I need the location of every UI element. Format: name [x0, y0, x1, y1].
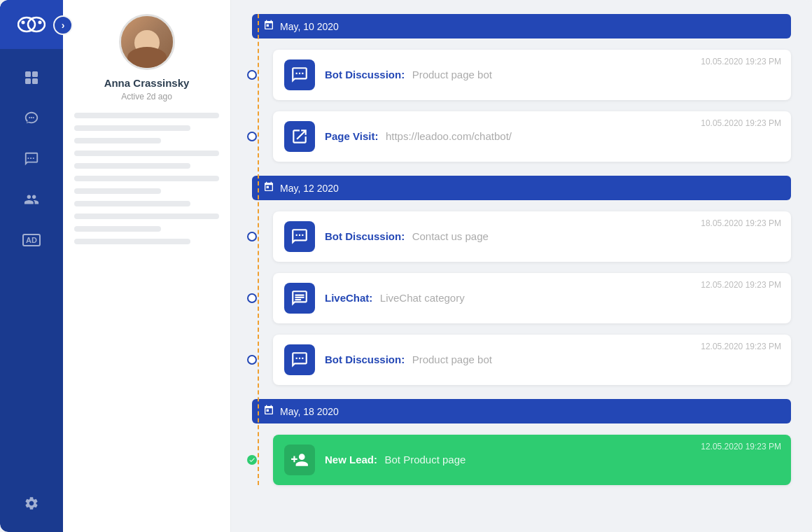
svg-rect-5 — [32, 71, 38, 77]
event-timestamp: 10.05.2020 19:23 PM — [701, 118, 781, 128]
event-title: Bot Discussion: — [325, 230, 405, 242]
user-status: Active 2d ago — [121, 92, 172, 102]
page-visit-icon — [284, 121, 315, 152]
event-card-bot-discussion-1[interactable]: Bot Discussion: Product page bot 10.05.2… — [273, 50, 791, 100]
new-lead-icon — [284, 444, 315, 475]
timeline-event: LiveChat: LiveChat category 12.05.2020 1… — [273, 273, 791, 323]
date-header-may18: May, 18 2020 — [252, 399, 791, 424]
user-name: Anna Crassinsky — [104, 77, 190, 89]
svg-rect-7 — [32, 78, 38, 84]
event-title: New Lead: — [325, 454, 377, 465]
profile-line — [74, 163, 190, 169]
event-detail: LiveChat category — [380, 292, 465, 304]
svg-point-1 — [28, 18, 45, 31]
event-detail: Product page bot — [412, 69, 492, 80]
profile-line — [74, 150, 219, 156]
timeline-dot — [247, 132, 257, 141]
svg-point-0 — [18, 18, 35, 31]
nav-chat[interactable] — [14, 101, 49, 136]
profile-line — [74, 125, 190, 131]
date-header-may10: May, 10 2020 — [252, 14, 791, 38]
profile-info-lines — [74, 113, 219, 244]
timeline-dot — [247, 355, 257, 365]
nav-messages[interactable] — [14, 141, 49, 176]
event-content: Page Visit: https://leadoo.com/chatbot/ — [325, 130, 780, 143]
date-label-may10: May, 10 2020 — [280, 21, 339, 32]
svg-point-3 — [38, 21, 42, 24]
event-content: Bot Discussion: Contact us page — [325, 230, 780, 243]
event-detail: https://leadoo.com/chatbot/ — [386, 130, 512, 142]
event-timestamp: 12.05.2020 19:23 PM — [701, 280, 781, 290]
calendar-icon — [263, 405, 274, 418]
event-card-page-visit[interactable]: Page Visit: https://leadoo.com/chatbot/ … — [273, 111, 791, 162]
svg-point-9 — [31, 117, 32, 118]
date-header-may12: May, 12 2020 — [252, 176, 791, 200]
svg-point-10 — [33, 117, 34, 118]
nav-contacts[interactable] — [14, 182, 49, 217]
bot-icon — [284, 59, 315, 90]
svg-rect-6 — [25, 78, 31, 84]
timeline-dot — [247, 293, 257, 303]
bot-icon — [284, 221, 315, 252]
calendar-icon — [263, 181, 274, 195]
sidebar-nav: AD — [14, 49, 49, 475]
sidebar-bottom-nav — [14, 475, 49, 532]
svg-rect-4 — [25, 71, 31, 77]
event-content: LiveChat: LiveChat category — [325, 292, 780, 304]
timeline-event: Bot Discussion: Contact us page 18.05.20… — [273, 211, 791, 262]
sidebar-toggle[interactable]: › — [53, 15, 73, 35]
profile-line — [74, 226, 161, 232]
timeline-event: Page Visit: https://leadoo.com/chatbot/ … — [273, 111, 791, 162]
profile-line — [74, 239, 190, 244]
timeline-dot-green — [247, 455, 257, 465]
event-card-bot-discussion-3[interactable]: Bot Discussion: Product page bot 12.05.2… — [273, 335, 791, 385]
timeline-section-may12: May, 12 2020 Bot Discussion: Contact us … — [273, 176, 791, 385]
event-detail: Contact us page — [412, 230, 489, 242]
event-title: Bot Discussion: — [325, 69, 405, 80]
profile-line — [74, 214, 219, 219]
event-content: New Lead: Bot Product page — [325, 454, 780, 466]
event-title: Page Visit: — [325, 130, 378, 142]
profile-line — [74, 113, 219, 118]
event-card-livechat[interactable]: LiveChat: LiveChat category 12.05.2020 1… — [273, 273, 791, 323]
event-title: Bot Discussion: — [325, 354, 405, 365]
avatar — [119, 14, 175, 70]
timeline-dot — [247, 70, 257, 80]
calendar-icon — [263, 20, 274, 33]
date-label-may18: May, 18 2020 — [280, 406, 339, 417]
event-timestamp: 18.05.2020 19:23 PM — [701, 218, 781, 228]
date-label-may12: May, 12 2020 — [280, 183, 339, 194]
event-content: Bot Discussion: Product page bot — [325, 354, 780, 366]
event-timestamp: 12.05.2020 19:23 PM — [701, 442, 781, 451]
timeline-section-may18: May, 18 2020 New Lead: Bo — [273, 399, 791, 485]
event-card-bot-discussion-2[interactable]: Bot Discussion: Contact us page 18.05.20… — [273, 211, 791, 262]
svg-point-2 — [22, 21, 25, 24]
main-timeline: May, 10 2020 Bot Discussion: Product pag… — [231, 0, 812, 532]
livechat-icon — [284, 283, 315, 314]
event-title: LiveChat: — [325, 292, 372, 304]
event-timestamp: 10.05.2020 19:23 PM — [701, 57, 781, 66]
nav-dashboard[interactable] — [14, 60, 49, 95]
event-card-new-lead[interactable]: New Lead: Bot Product page 12.05.2020 19… — [273, 435, 791, 485]
timeline-event-new-lead: New Lead: Bot Product page 12.05.2020 19… — [273, 435, 791, 485]
profile-line — [74, 188, 161, 194]
profile-line — [74, 138, 161, 144]
user-profile-panel: Anna Crassinsky Active 2d ago — [63, 0, 231, 532]
bot-icon — [284, 344, 315, 375]
profile-line — [74, 201, 190, 206]
timeline-dot — [247, 232, 257, 241]
event-timestamp: 12.05.2020 19:23 PM — [701, 342, 781, 351]
sidebar: › — [0, 0, 63, 532]
event-detail: Product page bot — [412, 354, 492, 365]
profile-line — [74, 176, 219, 181]
timeline-section-may10: May, 10 2020 Bot Discussion: Product pag… — [273, 14, 791, 162]
timeline-event: Bot Discussion: Product page bot 10.05.2… — [273, 50, 791, 100]
nav-settings[interactable] — [14, 486, 49, 521]
timeline-event: Bot Discussion: Product page bot 12.05.2… — [273, 335, 791, 385]
event-content: Bot Discussion: Product page bot — [325, 69, 780, 81]
timeline: May, 10 2020 Bot Discussion: Product pag… — [252, 14, 791, 485]
svg-point-8 — [29, 117, 30, 118]
timeline-line — [258, 14, 259, 485]
nav-ads[interactable]: AD — [14, 223, 49, 258]
event-detail: Bot Product page — [384, 454, 465, 465]
